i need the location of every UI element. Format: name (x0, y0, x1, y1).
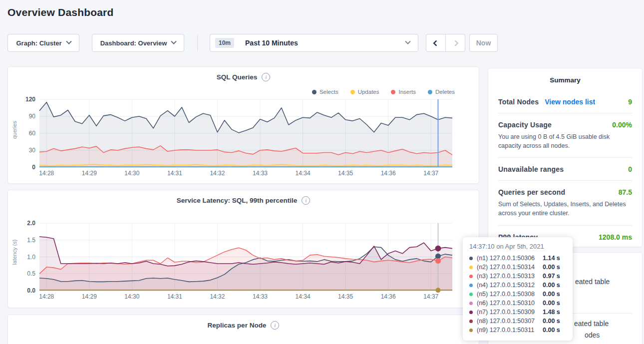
series-areas (39, 102, 452, 167)
tooltip-value: 0.00 s (543, 291, 560, 298)
time-next-button[interactable] (446, 34, 465, 51)
x-tick-label: 14:33 (253, 293, 268, 300)
x-tick-label: 14:34 (296, 293, 311, 300)
tooltip-row: (n4) 127.0.0.1:503120.00 s (469, 281, 566, 290)
y-tick-label: 1.0 (27, 254, 35, 261)
y-tick-label: 90 (29, 113, 36, 120)
page-title: Overview Dashboard (7, 6, 114, 18)
y-tick-label: 2.0 (27, 220, 35, 227)
dashboard-dropdown-label: Dashboard: Overview (100, 39, 167, 47)
x-tick-label: 14:29 (82, 293, 97, 300)
replicas-per-node-card: Replicas per Node i (7, 315, 479, 344)
divider (498, 180, 632, 181)
divider (498, 157, 632, 158)
tooltip-node-address: (n1) 127.0.0.1:50306 (477, 255, 543, 262)
now-button[interactable]: Now (469, 34, 498, 52)
y-tick-label: 30 (29, 147, 36, 154)
x-tick-label: 14:32 (210, 293, 225, 300)
service-latency-plot[interactable]: 0.00.51.01.52.014:2814:2914:3014:3114:32… (8, 190, 479, 308)
info-icon[interactable]: i (271, 321, 279, 330)
event-item-fragment[interactable]: odes (585, 331, 600, 339)
chevron-down-icon (405, 39, 410, 44)
x-tick-label: 14:28 (39, 293, 54, 300)
x-tick-label: 14:32 (210, 170, 225, 177)
time-range-badge: 10m (215, 38, 234, 48)
x-tick-label: 14:34 (296, 170, 311, 177)
tooltip-header: 14:37:10 on Apr 5th, 2021 (469, 243, 566, 250)
tooltip-row: (n7) 127.0.0.1:503091.48 s (469, 308, 566, 317)
event-item-fragment[interactable]: eated table (575, 278, 610, 286)
x-tick-label: 14:37 (423, 293, 438, 300)
tooltip-node-address: (n7) 127.0.0.1:50309 (477, 309, 543, 316)
y-tick-label: 0.5 (27, 270, 35, 277)
summary-title: Summary (498, 76, 632, 84)
series-dot-icon (469, 311, 473, 314)
chart-canvas: 030609012014:2814:2914:3014:3114:3214:33… (8, 67, 480, 184)
x-tick-label: 14:36 (381, 170, 396, 177)
chart-canvas: 0.00.51.01.52.014:2814:2914:3014:3114:32… (8, 190, 480, 309)
summary-description: You are using 0 B of 4.5 GiB usable disk… (498, 132, 632, 150)
toolbar-divider (197, 35, 198, 51)
tooltip-row: (n5) 127.0.0.1:503080.00 s (469, 290, 566, 299)
chart-tooltip: 14:37:10 on Apr 5th, 2021 (n1) 127.0.0.1… (463, 237, 573, 341)
y-tick-label: 0.0 (27, 287, 35, 294)
summary-label: Unavailable ranges (498, 165, 564, 173)
series-dot-icon (469, 284, 473, 287)
tooltip-row: (n9) 127.0.0.1:503110.00 s (469, 326, 566, 335)
dashboard-dropdown[interactable]: Dashboard: Overview (92, 34, 184, 52)
service-latency-card: Service Latency: SQL, 99th percentile i … (7, 190, 479, 308)
tooltip-node-address: (n9) 127.0.0.1:50311 (477, 327, 543, 334)
chart-header: Replicas per Node i (8, 321, 479, 330)
series-dot-icon (469, 293, 473, 296)
view-nodes-list-link[interactable]: View nodes list (545, 98, 595, 106)
tooltip-rows: (n1) 127.0.0.1:503061.14 s(n2) 127.0.0.1… (469, 254, 566, 335)
summary-value: 9 (628, 98, 632, 106)
x-tick-label: 14:37 (423, 170, 438, 177)
tooltip-value: 1.48 s (543, 309, 560, 316)
tooltip-time: 14:37:10 (469, 243, 495, 250)
summary-row-total-nodes: Total Nodes View nodes list 9 (498, 98, 632, 106)
x-tick-label: 14:33 (253, 170, 268, 177)
chart-title: Replicas per Node (208, 322, 267, 329)
divider (498, 113, 632, 113)
sql-queries-card: SQL Queries i SelectsUpdatesInsertsDelet… (7, 66, 479, 184)
tooltip-node-address: (n6) 127.0.0.1:50310 (477, 300, 543, 307)
series-dot-icon (469, 320, 473, 323)
graph-dropdown-label: Graph: Cluster (16, 39, 61, 47)
tooltip-value: 0.00 s (543, 300, 560, 307)
summary-value: 87.5 (619, 188, 632, 196)
x-tick-label: 14:31 (167, 293, 182, 300)
overview-dashboard-page: Overview Dashboard Graph: Cluster Dashbo… (0, 0, 644, 344)
graph-dropdown[interactable]: Graph: Cluster (7, 34, 79, 52)
chevron-right-icon (452, 40, 459, 46)
series-dot-icon (469, 275, 473, 278)
tooltip-value: 0.00 s (543, 327, 560, 334)
x-tick-label: 14:31 (167, 170, 182, 177)
chevron-down-icon (171, 39, 177, 44)
tooltip-value: 0.00 s (543, 264, 560, 271)
x-tick-label: 14:35 (338, 293, 353, 300)
divider (498, 225, 632, 226)
series-dot-icon (469, 266, 473, 269)
tooltip-date: on Apr 5th, 2021 (496, 243, 544, 250)
sql-queries-plot[interactable]: 030609012014:2814:2914:3014:3114:3214:33… (8, 67, 479, 183)
tooltip-row: (n1) 127.0.0.1:503061.14 s (469, 254, 566, 263)
tooltip-node-address: (n8) 127.0.0.1:50307 (477, 318, 543, 325)
tooltip-value: 1.14 s (543, 255, 560, 262)
time-prev-button[interactable] (426, 34, 446, 51)
x-tick-label: 14:28 (39, 170, 54, 177)
summary-label: Queries per second (498, 188, 565, 196)
time-nav-group (426, 34, 465, 52)
event-item-fragment[interactable]: eated table (574, 320, 609, 328)
tooltip-node-address: (n2) 127.0.0.1:50314 (477, 264, 543, 271)
x-tick-label: 14:36 (381, 293, 396, 300)
tooltip-row: (n2) 127.0.0.1:503140.00 s (469, 263, 566, 272)
series-dot-icon (469, 329, 473, 332)
x-tick-label: 14:30 (124, 293, 139, 300)
tooltip-value: 0.00 s (543, 282, 560, 289)
summary-value: 0 (628, 165, 632, 173)
tooltip-value: 0.00 s (543, 318, 560, 325)
summary-value: 0.00% (612, 121, 632, 129)
time-range-picker[interactable]: 10m Past 10 Minutes (210, 34, 418, 52)
summary-row-unavailable-ranges: Unavailable ranges 0 (498, 165, 632, 173)
